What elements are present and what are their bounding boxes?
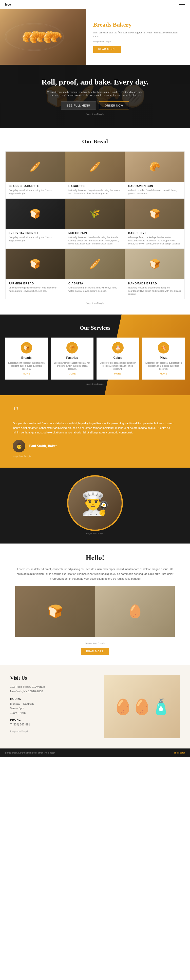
hero-section: 🥐🥐 Breads Bakery Nibh venenatis cras sed… bbox=[0, 9, 190, 65]
hero-text: Nibh venenatis cras sed felis eget aliqu… bbox=[93, 30, 183, 38]
bread-item-image-1: 🥖 bbox=[65, 151, 125, 182]
bread-item-image-5: 🍞 bbox=[125, 199, 184, 229]
banner-section: Roll, proof, and bake. Every day. When i… bbox=[0, 65, 190, 128]
bread-item: 🍞 Danish Rye Whole rye flour, cracked ry… bbox=[125, 198, 185, 249]
bread-item-desc-2: A classic braided Swedish sweet bun with… bbox=[128, 189, 181, 195]
bread-item-desc-8: Naturally leavened bread made using the … bbox=[128, 286, 181, 296]
bread-item-name-7: Ciabatta bbox=[69, 282, 121, 285]
testimonial-text: Our pastries are baked fresh on a daily … bbox=[13, 421, 177, 435]
visit-image-credit: Image from Freepik bbox=[10, 730, 96, 733]
hours-days: Monday – Saturday bbox=[10, 702, 96, 706]
bread-item-name-8: Handmade Bread bbox=[128, 282, 181, 285]
bread-item-info-6: Farming Bread Unbleached organic wheat f… bbox=[6, 279, 65, 296]
about-image-1: 🍞 bbox=[15, 586, 95, 636]
header: logo bbox=[0, 0, 190, 9]
service-icon-3: 🍕 bbox=[158, 342, 169, 353]
service-card-pizza: 🍕 Pizza Excepteur sint occaecat cupidata… bbox=[142, 337, 185, 380]
bread-item-desc-4: Naturally leavened bread made using the … bbox=[69, 236, 121, 245]
about-image-2: 🥚 bbox=[95, 586, 175, 636]
address-line1: 123 Rock Street, 21 Avenue bbox=[10, 685, 96, 689]
hero-title: Breads Bakery bbox=[93, 21, 183, 28]
service-card-breads: 🍞 Breads Excepteur sint occaecat cupidat… bbox=[5, 337, 48, 380]
service-name-2: Cakes bbox=[99, 356, 136, 360]
service-more-3[interactable]: MORE bbox=[145, 372, 182, 375]
service-card-cakes: 🎂 Cakes Excepteur sint occaecat cupidata… bbox=[96, 337, 139, 380]
visit-hours: Monday – Saturday 9am – 3pm 10am – 4pm bbox=[10, 702, 96, 715]
service-icon-0: 🍞 bbox=[21, 342, 32, 353]
testimonial-author: 👨 Paul Smith, Baker bbox=[13, 440, 177, 452]
hero-image-credit: Image from Freepik bbox=[93, 40, 183, 43]
banner-content: Roll, proof, and bake. Every day. When i… bbox=[10, 78, 180, 115]
services-title: Our Services bbox=[5, 325, 185, 331]
banner-text: When it comes to bread and sandwiches, f… bbox=[44, 90, 146, 96]
services-image-credit: Image from Freepik bbox=[5, 383, 185, 385]
hamburger-menu[interactable] bbox=[179, 3, 185, 6]
bread-item: 🥖 Classic Baguette Everyday table loaf m… bbox=[5, 151, 65, 198]
bread-item: 🥖 Ciabatta Unbleached organic wheat flou… bbox=[65, 249, 125, 299]
logo: logo bbox=[5, 3, 11, 6]
bread-item-info-0: Classic Baguette Everyday table loaf mad… bbox=[6, 182, 65, 198]
bread-item-name-5: Danish Rye bbox=[128, 232, 181, 235]
phone-number: T (234) 567-891 bbox=[10, 722, 96, 727]
bread-item-image-4: 🌾 bbox=[65, 199, 125, 229]
bread-item-name-3: Everyday French bbox=[9, 232, 62, 235]
about-images: 🍞 🥚 bbox=[15, 586, 175, 636]
bread-item: 🥐 Cardamon Bun A classic braided Swedish… bbox=[125, 151, 185, 198]
baker-image-credit: Images from Freepik bbox=[0, 531, 190, 536]
services-section: Our Services 🍞 Breads Excepteur sint occ… bbox=[0, 315, 190, 396]
bread-item-info-2: Cardamon Bun A classic braided Swedish s… bbox=[125, 182, 184, 198]
service-more-2[interactable]: MORE bbox=[99, 372, 136, 375]
hero-image: 🥐🥐 bbox=[0, 9, 86, 65]
author-name: Paul Smith, Baker bbox=[29, 444, 57, 448]
bread-item-name-1: Baguette bbox=[69, 185, 121, 188]
baker-image: 👨‍🍳 bbox=[67, 475, 123, 531]
bread-item-image-8: 🍞 bbox=[125, 249, 184, 279]
our-bread-section: Our Bread 🥖 Classic Baguette Everyday ta… bbox=[0, 128, 190, 315]
bread-item: 🍞 Handmade Bread Naturally leavened brea… bbox=[125, 249, 185, 299]
baker-section: 👨‍🍳 Images from Freepik bbox=[0, 468, 190, 544]
service-name-0: Breads bbox=[8, 356, 45, 360]
bread-grid: 🥖 Classic Baguette Everyday table loaf m… bbox=[5, 151, 185, 299]
bread-item-info-8: Handmade Bread Naturally leavened bread … bbox=[125, 279, 184, 299]
visit-section: Visit Us 123 Rock Street, 21 Avenue New … bbox=[0, 665, 190, 748]
visit-phone: T (234) 567-891 bbox=[10, 722, 96, 727]
footer-copyright: Sample text. Lorem ipsum dolor amet The … bbox=[5, 751, 55, 754]
service-more-0[interactable]: MORE bbox=[8, 372, 45, 375]
service-desc-1: Excepteur sint occaecat cupidatat non pr… bbox=[54, 361, 91, 371]
author-avatar: 👨 bbox=[13, 440, 26, 452]
visit-address: 123 Rock Street, 21 Avenue New York, NY … bbox=[10, 685, 96, 694]
banner-title: Roll, proof, and bake. Every day. bbox=[10, 78, 180, 86]
service-more-1[interactable]: MORE bbox=[54, 372, 91, 375]
service-desc-2: Excepteur sint occaecat cupidatat non pr… bbox=[99, 361, 136, 371]
about-image-credit: Images from Freepik bbox=[15, 642, 175, 644]
footer-link[interactable]: The Footer bbox=[174, 751, 185, 754]
bread-item-image-0: 🥖 bbox=[6, 151, 65, 182]
our-bread-title: Our Bread bbox=[5, 138, 185, 145]
services-grid: 🍞 Breads Excepteur sint occaecat cupidat… bbox=[5, 337, 185, 380]
service-desc-0: Excepteur sint occaecat cupidatat non pr… bbox=[8, 361, 45, 371]
visit-side-image: 🥚🥚🧴 bbox=[104, 675, 180, 738]
order-now-button[interactable]: ORDER NOW bbox=[99, 102, 129, 110]
about-title: Hello! bbox=[15, 554, 175, 562]
bread-item: 🍞 Farming Bread Unbleached organic wheat… bbox=[5, 249, 65, 299]
testimonial-image-credit: Image from Freepik bbox=[13, 455, 177, 458]
bread-item-info-5: Danish Rye Whole rye flour, cracked rye … bbox=[125, 229, 184, 248]
bread-item-desc-5: Whole rye flour, cracked rye berries, wa… bbox=[128, 236, 181, 245]
visit-side-image-wrap: 🥚🥚🧴 bbox=[104, 675, 180, 738]
about-section: Hello! Lorem ipsum dolor sit amet, conse… bbox=[0, 544, 190, 665]
bread-item-desc-1: Naturally leavened baguette made using t… bbox=[69, 189, 121, 195]
hours-time2: 10am – 4pm bbox=[10, 711, 96, 715]
bread-item-image-2: 🥐 bbox=[125, 151, 184, 182]
hero-content: Breads Bakery Nibh venenatis cras sed fe… bbox=[86, 9, 190, 65]
bread-item: 🍞 Everyday French Everyday table loaf ma… bbox=[5, 198, 65, 249]
see-full-menu-button[interactable]: SEE FULL MENU bbox=[61, 102, 96, 110]
bread-item-info-1: Baguette Naturally leavened baguette mad… bbox=[65, 182, 125, 198]
visit-title: Visit Us bbox=[10, 675, 96, 681]
bread-item-info-7: Ciabatta Unbleached organic wheat flour,… bbox=[65, 279, 125, 296]
read-more-button[interactable]: READ MORE bbox=[93, 46, 121, 52]
banner-buttons: SEE FULL MENU ORDER NOW bbox=[10, 102, 180, 110]
address-line2: New York, NY 10010-9000 bbox=[10, 689, 96, 694]
phone-label: PHONE bbox=[10, 718, 96, 721]
bread-item-desc-3: Everyday table loaf made using the Class… bbox=[9, 236, 62, 242]
about-read-more-button[interactable]: READ MORE bbox=[81, 648, 109, 655]
